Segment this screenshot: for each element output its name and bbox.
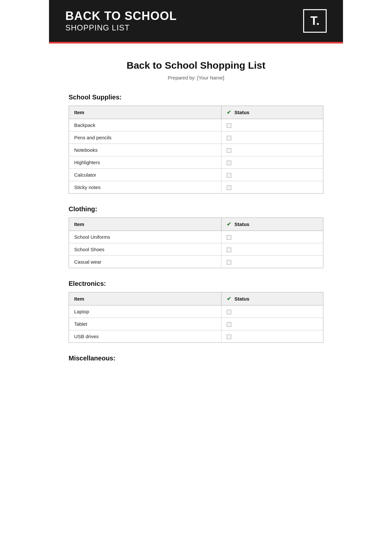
table-row: USB drives xyxy=(69,330,323,343)
checkbox-unchecked-icon[interactable] xyxy=(227,123,231,128)
table-row: School Shoes xyxy=(69,243,323,256)
header-sub-title: SHOPPING LIST xyxy=(65,23,177,32)
item-cell-0-1: Pens and pencils xyxy=(69,131,221,144)
table-clothing: Item✔ StatusSchool UniformsSchool ShoesC… xyxy=(69,217,323,268)
page-header: BACK TO SCHOOL SHOPPING LIST T. xyxy=(49,0,343,42)
main-content: Back to School Shopping List Prepared by… xyxy=(49,43,343,393)
checkmark-icon: ✔ xyxy=(227,296,231,302)
section-heading-clothing: Clothing: xyxy=(69,205,323,213)
status-cell-2-2[interactable] xyxy=(221,330,323,343)
section-electronics: Electronics:Item✔ StatusLaptopTabletUSB … xyxy=(69,280,323,343)
status-cell-1-0[interactable] xyxy=(221,231,323,243)
table-row: Backpack xyxy=(69,119,323,131)
status-cell-0-2[interactable] xyxy=(221,144,323,156)
status-cell-2-1[interactable] xyxy=(221,318,323,330)
table-school-supplies: Item✔ StatusBackpackPens and pencilsNote… xyxy=(69,106,323,194)
section-clothing: Clothing:Item✔ StatusSchool UniformsScho… xyxy=(69,205,323,268)
header-main-title: BACK TO SCHOOL xyxy=(65,9,177,23)
table-row: Casual wear xyxy=(69,256,323,268)
col-header-status: ✔ Status xyxy=(221,106,323,119)
checkbox-unchecked-icon[interactable] xyxy=(227,185,231,190)
col-header-item: Item xyxy=(69,292,221,305)
checkbox-unchecked-icon[interactable] xyxy=(227,248,231,252)
item-cell-2-2: USB drives xyxy=(69,330,221,343)
table-header-row: Item✔ Status xyxy=(69,218,323,231)
doc-title: Back to School Shopping List xyxy=(69,60,323,71)
item-cell-2-1: Tablet xyxy=(69,318,221,330)
table-header-row: Item✔ Status xyxy=(69,292,323,305)
status-cell-2-0[interactable] xyxy=(221,305,323,318)
checkbox-unchecked-icon[interactable] xyxy=(227,173,231,178)
status-cell-0-1[interactable] xyxy=(221,131,323,144)
item-cell-1-0: School Uniforms xyxy=(69,231,221,243)
item-cell-2-0: Laptop xyxy=(69,305,221,318)
table-row: Laptop xyxy=(69,305,323,318)
table-row: Tablet xyxy=(69,318,323,330)
table-header-row: Item✔ Status xyxy=(69,106,323,119)
section-heading-electronics: Electronics: xyxy=(69,280,323,287)
status-cell-0-4[interactable] xyxy=(221,169,323,181)
status-cell-1-1[interactable] xyxy=(221,243,323,256)
checkbox-unchecked-icon[interactable] xyxy=(227,322,231,327)
prepared-by: Prepared by: [Your Name] xyxy=(69,75,323,80)
section-heading-school-supplies: School Supplies: xyxy=(69,94,323,101)
status-cell-0-5[interactable] xyxy=(221,181,323,194)
checkbox-unchecked-icon[interactable] xyxy=(227,148,231,153)
item-cell-1-1: School Shoes xyxy=(69,243,221,256)
col-header-status: ✔ Status xyxy=(221,218,323,231)
checkbox-unchecked-icon[interactable] xyxy=(227,260,231,265)
table-electronics: Item✔ StatusLaptopTabletUSB drives xyxy=(69,292,323,343)
section-school-supplies: School Supplies:Item✔ StatusBackpackPens… xyxy=(69,94,323,194)
checkbox-unchecked-icon[interactable] xyxy=(227,235,231,240)
item-cell-0-4: Calculator xyxy=(69,169,221,181)
col-header-status: ✔ Status xyxy=(221,292,323,305)
table-row: Calculator xyxy=(69,169,323,181)
section-heading-miscellaneous: Miscellaneous: xyxy=(69,355,323,362)
item-cell-1-2: Casual wear xyxy=(69,256,221,268)
checkbox-unchecked-icon[interactable] xyxy=(227,310,231,314)
checkmark-icon: ✔ xyxy=(227,110,231,115)
status-cell-0-0[interactable] xyxy=(221,119,323,131)
table-row: Notebooks xyxy=(69,144,323,156)
status-cell-0-3[interactable] xyxy=(221,156,323,169)
sections-container: School Supplies:Item✔ StatusBackpackPens… xyxy=(69,94,323,362)
checkbox-unchecked-icon[interactable] xyxy=(227,335,231,339)
item-cell-0-3: Highlighters xyxy=(69,156,221,169)
logo-box: T. xyxy=(303,9,327,33)
table-row: Highlighters xyxy=(69,156,323,169)
table-row: Pens and pencils xyxy=(69,131,323,144)
header-title-block: BACK TO SCHOOL SHOPPING LIST xyxy=(65,9,177,32)
status-cell-1-2[interactable] xyxy=(221,256,323,268)
item-cell-0-0: Backpack xyxy=(69,119,221,131)
checkmark-icon: ✔ xyxy=(227,221,231,227)
item-cell-0-5: Sticky notes xyxy=(69,181,221,194)
table-row: Sticky notes xyxy=(69,181,323,194)
col-header-item: Item xyxy=(69,106,221,119)
table-row: School Uniforms xyxy=(69,231,323,243)
col-header-item: Item xyxy=(69,218,221,231)
item-cell-0-2: Notebooks xyxy=(69,144,221,156)
checkbox-unchecked-icon[interactable] xyxy=(227,161,231,165)
checkbox-unchecked-icon[interactable] xyxy=(227,136,231,140)
section-miscellaneous: Miscellaneous: xyxy=(69,355,323,362)
